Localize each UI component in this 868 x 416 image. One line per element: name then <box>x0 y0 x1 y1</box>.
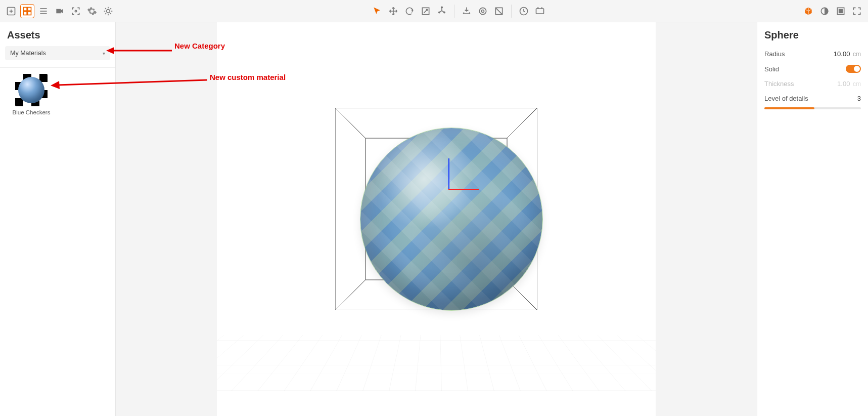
viewport[interactable] <box>116 22 757 416</box>
svg-rect-3 <box>24 7 27 11</box>
radius-value[interactable]: 10.00 <box>834 50 850 58</box>
svg-line-16 <box>105 8 106 9</box>
thickness-row: Thickness 1.00 cm <box>764 80 861 88</box>
svg-line-18 <box>110 8 111 9</box>
svg-point-23 <box>443 12 445 13</box>
floor-grid <box>217 335 656 391</box>
move-icon[interactable] <box>386 4 400 18</box>
settings-icon[interactable] <box>85 4 99 18</box>
snap-ground-icon[interactable] <box>460 4 474 18</box>
rotate-icon[interactable] <box>402 4 417 18</box>
camera-icon[interactable] <box>53 4 67 18</box>
lod-row: Level of details 3 <box>764 95 861 102</box>
svg-line-36 <box>335 108 366 138</box>
category-dropdown[interactable]: My Materials ▾ <box>5 46 110 60</box>
solid-label: Solid <box>764 65 779 73</box>
lod-label: Level of details <box>764 95 808 102</box>
svg-rect-5 <box>24 11 27 15</box>
shading-icon[interactable] <box>817 4 832 18</box>
radius-label: Radius <box>764 50 785 58</box>
box-view-icon[interactable] <box>801 4 815 18</box>
assets-panel: Assets My Materials ▾ Blue Checkers <box>0 22 116 416</box>
sphere-object[interactable] <box>360 128 542 310</box>
svg-rect-28 <box>536 9 543 14</box>
thickness-label: Thickness <box>764 80 794 88</box>
asset-item[interactable]: Blue Checkers <box>9 74 54 115</box>
svg-point-22 <box>438 12 440 13</box>
svg-point-21 <box>441 7 442 8</box>
solid-row: Solid <box>764 65 861 73</box>
asset-thumbnail <box>15 74 48 106</box>
svg-rect-4 <box>28 7 31 11</box>
svg-point-24 <box>479 8 486 14</box>
properties-panel: Sphere Radius 10.00 cm Solid Thickness 1… <box>757 22 868 416</box>
radius-row[interactable]: Radius 10.00 cm <box>764 50 861 58</box>
grid-icon[interactable] <box>20 4 34 18</box>
focus-icon[interactable] <box>69 4 83 18</box>
render-icon[interactable] <box>533 4 547 18</box>
svg-line-38 <box>335 280 366 310</box>
lod-slider[interactable] <box>764 107 861 109</box>
lod-value: 3 <box>857 95 861 102</box>
svg-line-19 <box>105 13 106 14</box>
svg-rect-33 <box>839 9 843 13</box>
scale-icon[interactable] <box>419 4 433 18</box>
select-icon[interactable] <box>370 4 384 18</box>
object-name: Sphere <box>764 29 861 41</box>
thickness-unit: cm <box>853 80 861 88</box>
solid-toggle[interactable] <box>846 65 861 73</box>
brightness-icon[interactable] <box>101 4 115 18</box>
list-icon[interactable] <box>36 4 51 18</box>
chevron-down-icon: ▾ <box>103 51 105 56</box>
svg-point-11 <box>107 9 110 13</box>
svg-rect-30 <box>541 7 542 9</box>
history-icon[interactable] <box>517 4 531 18</box>
svg-line-17 <box>110 13 111 14</box>
fullscreen-icon[interactable] <box>850 4 864 18</box>
svg-line-37 <box>507 108 537 138</box>
plane-icon[interactable] <box>492 4 506 18</box>
add-icon[interactable] <box>4 4 18 18</box>
window-icon[interactable] <box>834 4 848 18</box>
svg-point-25 <box>481 10 484 12</box>
category-selected: My Materials <box>10 50 46 57</box>
assets-title: Assets <box>0 22 115 46</box>
thickness-value: 1.00 <box>837 80 850 88</box>
asset-label: Blue Checkers <box>9 109 54 115</box>
radius-unit: cm <box>853 51 861 58</box>
svg-rect-29 <box>537 7 539 9</box>
svg-rect-6 <box>28 11 31 15</box>
transform-icon[interactable] <box>435 4 449 18</box>
svg-point-10 <box>75 10 76 12</box>
snap-icon[interactable] <box>476 4 490 18</box>
top-toolbar <box>0 0 868 22</box>
